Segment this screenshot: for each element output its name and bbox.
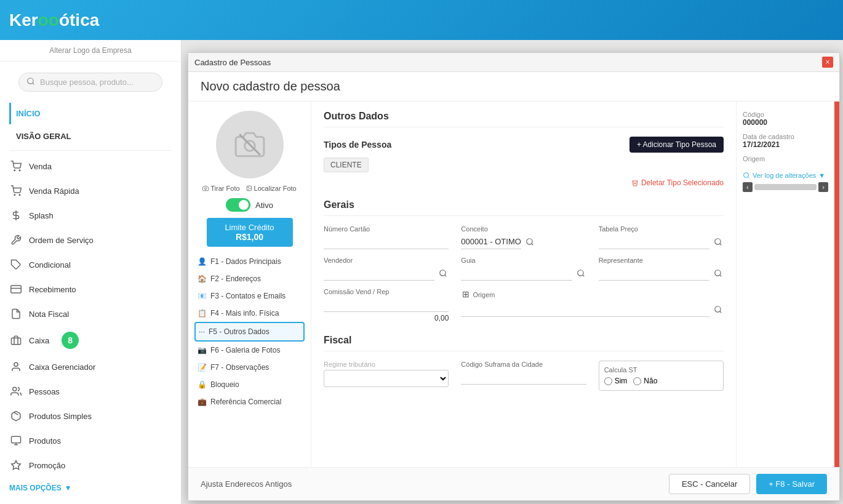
- product-icon: [9, 434, 23, 447]
- representante-input[interactable]: [599, 266, 709, 281]
- svg-point-33: [715, 306, 721, 312]
- sidebar-item-produtos[interactable]: Produtos: [6, 428, 175, 453]
- sidebar-item-caixa[interactable]: Caixa 8: [6, 326, 175, 354]
- sidebar-item-promocao[interactable]: Promoção: [6, 453, 175, 478]
- numero-cartao-group: Número Cartão: [324, 225, 449, 249]
- outros-dados-title: Outros Dados: [324, 111, 724, 127]
- origem-plus-btn[interactable]: ⊞: [461, 288, 471, 300]
- active-toggle[interactable]: [226, 198, 250, 212]
- regime-select[interactable]: [324, 370, 449, 387]
- sidebar-item-produtos-simples[interactable]: Produtos Simples: [6, 404, 175, 428]
- calcula-st-label: Calcula ST: [604, 366, 718, 374]
- sidebar-item-condicional[interactable]: Condicional: [6, 252, 175, 277]
- sidebar-item-visao-geral[interactable]: VISÃO GERAL: [9, 126, 172, 147]
- add-tipo-pessoa-button[interactable]: + Adicionar Tipo Pessoa: [629, 137, 724, 153]
- suframa-input[interactable]: [461, 370, 586, 385]
- badge-caixa: 8: [62, 332, 79, 349]
- notes-nav-icon: 📝: [198, 363, 207, 372]
- ver-log-label: Ver log de alterações: [753, 172, 816, 179]
- sidebar-item-nota-fiscal[interactable]: Nota Fiscal: [6, 302, 175, 326]
- fiscal-form-grid: Regime tributário Código Suframa da Cida…: [324, 361, 724, 391]
- vendedor-search-btn[interactable]: [437, 268, 449, 281]
- nav-f2-enderecos[interactable]: 🏠 F2 - Endereços: [194, 270, 305, 287]
- search-placeholder: Busque pessoa, produto...: [40, 78, 134, 87]
- more-options[interactable]: MAIS OPÇÕES ▼: [6, 478, 175, 498]
- nav-f4-mais-info[interactable]: 📋 F4 - Mais info. Física: [194, 305, 305, 322]
- modal-cadastro-pessoas: Cadastro de Pessoas × Novo cadastro de p…: [188, 52, 840, 501]
- tabela-preco-input[interactable]: [599, 234, 709, 249]
- nf-icon: [9, 307, 23, 321]
- svg-point-35: [744, 173, 749, 178]
- sidebar-item-splash[interactable]: Splash: [6, 203, 175, 228]
- sidebar-item-caixa-gerenciador[interactable]: Caixa Gerenciador: [6, 354, 175, 379]
- nav-f4-label: F4 - Mais info. Física: [210, 309, 279, 318]
- ajusta-label: Ajusta Enderecos Antigos: [201, 479, 292, 489]
- calcula-st-sim[interactable]: Sim: [604, 377, 628, 385]
- tipos-pessoa-label: Tipos de Pessoa: [324, 140, 391, 150]
- app-logo: Kerooótica: [9, 10, 99, 30]
- credit-limit-btn[interactable]: Limite Crédito R$1,00: [207, 218, 293, 247]
- promo-icon: [9, 458, 23, 472]
- nav-f3-contatos[interactable]: 📧 F3 - Contatos e Emails: [194, 287, 305, 305]
- search-container[interactable]: Busque pessoa, produto...: [0, 62, 181, 103]
- svg-point-5: [19, 194, 20, 196]
- origem-input[interactable]: [461, 302, 709, 317]
- logo-tica-rest: tica: [70, 10, 99, 30]
- next-arrow-btn[interactable]: ›: [818, 182, 828, 192]
- conceito-search-btn[interactable]: [524, 236, 535, 249]
- modal-close-button[interactable]: ×: [822, 57, 833, 68]
- sidebar-logo-area: Alterar Logo da Empresa: [0, 40, 181, 62]
- tipo-cliente-tag[interactable]: CLIENTE: [324, 158, 369, 172]
- conceito-group: Conceito 000001 - OTIMO: [461, 225, 586, 249]
- nav-arrows: ‹ ›: [743, 182, 828, 192]
- origem-search-btn[interactable]: [713, 304, 724, 317]
- guia-search-btn[interactable]: [575, 268, 586, 281]
- logo-tica-accent: ó: [59, 10, 70, 30]
- guia-label: Guia: [461, 257, 586, 264]
- take-photo-label: Tirar Foto: [210, 185, 239, 192]
- calcula-st-nao-radio[interactable]: [633, 377, 641, 385]
- nav-bloqueio[interactable]: 🔒 Bloqueio: [194, 376, 305, 393]
- nav-f6-galeria[interactable]: 📷 F6 - Galeria de Fotos: [194, 342, 305, 359]
- comissao-group: Comissão Vend / Rep 0,00: [324, 288, 449, 322]
- comissao-input[interactable]: [324, 297, 449, 312]
- nav-bloqueio-label: Bloqueio: [210, 380, 239, 389]
- tabela-preco-search-btn[interactable]: [713, 236, 724, 249]
- nav-f5-outros[interactable]: ··· F5 - Outros Dados: [194, 322, 305, 342]
- representante-search-btn[interactable]: [713, 268, 724, 281]
- sidebar-item-pessoas-label: Pessoas: [29, 387, 60, 396]
- vendedor-input[interactable]: [324, 266, 434, 281]
- cart-icon: [9, 159, 23, 173]
- sidebar-item-venda[interactable]: Venda: [6, 154, 175, 178]
- nav-f1-dados[interactable]: 👤 F1 - Dados Principais: [194, 253, 305, 270]
- sidebar-item-recebimento[interactable]: Recebimento: [6, 277, 175, 302]
- conceito-label: Conceito: [461, 225, 586, 233]
- sidebar-item-venda-rapida[interactable]: Venda Rápida: [6, 178, 175, 203]
- nav-f7-observacoes[interactable]: 📝 F7 - Observações: [194, 359, 305, 376]
- sim-label: Sim: [615, 377, 628, 385]
- sidebar-item-pessoas[interactable]: Pessoas: [6, 379, 175, 404]
- status-toggle[interactable]: Ativo: [226, 198, 273, 212]
- sidebar-item-ordem-servico[interactable]: Ordem de Serviço: [6, 228, 175, 252]
- prev-arrow-btn[interactable]: ‹: [743, 182, 753, 192]
- email-nav-icon: 📧: [198, 292, 207, 300]
- save-button[interactable]: + F8 - Salvar: [756, 474, 827, 494]
- guia-input[interactable]: [461, 266, 572, 281]
- sidebar-item-inicio[interactable]: INÍCIO: [9, 103, 172, 124]
- calcula-st-sim-radio[interactable]: [604, 377, 612, 385]
- sidebar-item-prod-simples-label: Produtos Simples: [29, 412, 92, 421]
- delete-tipo-link[interactable]: Deletar Tipo Selecionado: [631, 178, 724, 187]
- briefcase-nav-icon: 💼: [198, 398, 207, 406]
- receive-icon: [9, 282, 23, 296]
- cancel-button[interactable]: ESC - Cancelar: [669, 474, 750, 494]
- nav-referencia[interactable]: 💼 Referência Comercial: [194, 393, 305, 410]
- nav-f7-label: F7 - Observações: [210, 363, 269, 372]
- sidebar-item-caixa-ger-label: Caixa Gerenciador: [29, 362, 95, 372]
- search-bar[interactable]: Busque pessoa, produto...: [18, 73, 162, 92]
- ver-log-link[interactable]: Ver log de alterações ▼: [743, 172, 828, 179]
- calcula-st-nao[interactable]: Não: [633, 377, 657, 385]
- numero-cartao-input[interactable]: [324, 234, 449, 249]
- locate-photo-btn[interactable]: Localizar Foto: [246, 185, 297, 192]
- codigo-label: Código: [743, 111, 828, 118]
- take-photo-btn[interactable]: Tirar Foto: [202, 185, 239, 192]
